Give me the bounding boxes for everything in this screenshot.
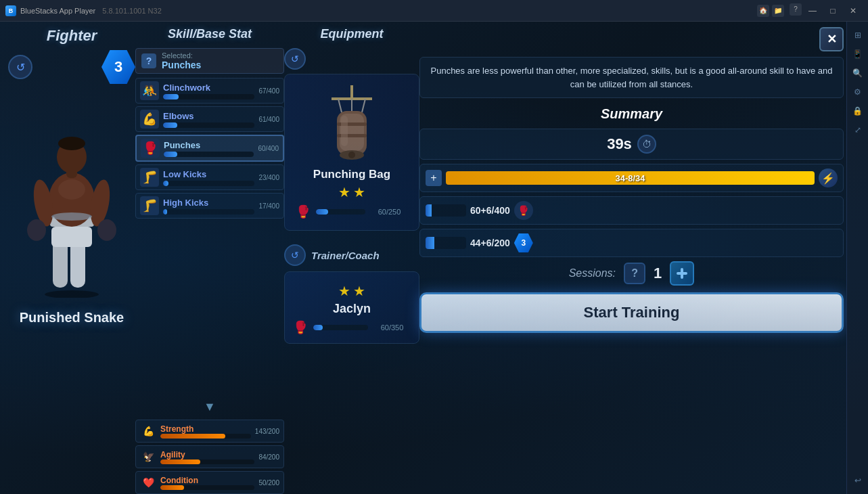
sidebar-icon-lock[interactable]: 🔒 xyxy=(850,103,866,119)
skill-item-lowkicks[interactable]: 🦵 Low Kicks 23/400 xyxy=(135,164,284,190)
trainer-stat-bar-bg xyxy=(313,325,368,330)
window-close-button[interactable]: ✕ xyxy=(844,3,863,18)
highkicks-info: High Kicks xyxy=(163,198,254,215)
skill-item-punches[interactable]: 🥊 Punches 60/400 xyxy=(135,135,284,162)
selected-skill-banner: ? Selected: Punches xyxy=(135,48,284,74)
start-training-button[interactable]: Start Training xyxy=(419,292,844,333)
sessions-row: Sessions: ? 1 xyxy=(419,261,844,286)
svg-point-8 xyxy=(58,137,85,150)
punch-bar-1 xyxy=(426,204,432,217)
elbows-bar-bg xyxy=(163,122,254,128)
stat-item-condition: ❤️ Condition 50/200 xyxy=(135,471,284,494)
summary-section: ✕ Punches are less powerful than other, … xyxy=(419,22,846,494)
minimize-button[interactable]: — xyxy=(803,3,822,18)
trainer-star-1: ★ xyxy=(338,283,350,299)
summary-time-row: 39s ⏱ xyxy=(419,129,844,160)
sessions-plus-button[interactable] xyxy=(670,261,694,286)
punching-bag-image xyxy=(318,85,386,160)
timer-icon: ⏱ xyxy=(637,135,656,154)
title-bar-logo: B BlueStacks App Player 5.8.101.1001 N32 xyxy=(5,5,757,16)
right-sidebar: ⊞ 📱 🔍 ⚙ 🔒 ⤢ ↩ xyxy=(846,22,868,494)
svg-rect-28 xyxy=(677,272,687,275)
trainer-name: Jaclyn xyxy=(293,302,411,316)
help-icon[interactable]: ? xyxy=(790,3,802,16)
stat-item-agility: 🦅 Agility 84/200 xyxy=(135,445,284,468)
condition-icon: ❤️ xyxy=(140,474,156,491)
info-box: Punches are less powerful than other, mo… xyxy=(419,57,844,98)
skill-item-highkicks[interactable]: 🦵 High Kicks 17/400 xyxy=(135,193,284,219)
game-area: Fighter ↺ 3 xyxy=(0,22,868,494)
punch-stat-row-1: 60+6/400 🥊 xyxy=(419,196,844,225)
equip-glove-icon: 🥊 xyxy=(296,204,311,219)
punch-stat-row-2: 44+6/200 3 xyxy=(419,229,844,257)
home-icon[interactable]: 🏠 xyxy=(757,5,769,17)
svg-point-13 xyxy=(51,212,92,221)
agility-name: Agility xyxy=(160,450,254,459)
scroll-indicator: ▼ xyxy=(135,400,284,414)
strength-bar-bg xyxy=(160,434,251,439)
equip-stat-bar-bg xyxy=(316,209,365,215)
condition-name: Condition xyxy=(160,476,254,485)
punch-bar-bg-2 xyxy=(426,237,466,249)
folder-icon[interactable]: 📁 xyxy=(772,5,784,17)
sidebar-icon-settings[interactable]: ⚙ xyxy=(850,84,866,100)
trainer-stat-bar xyxy=(313,325,323,330)
highkicks-name: High Kicks xyxy=(163,198,254,208)
highkicks-bar-bg xyxy=(163,209,254,215)
svg-point-26 xyxy=(348,152,355,158)
selected-skill-name: Punches xyxy=(162,60,201,70)
energy-text: 34-8/34 xyxy=(446,171,815,185)
app-name: BlueStacks App Player xyxy=(20,7,95,15)
title-bar-controls: ? — □ ✕ xyxy=(790,3,863,18)
sidebar-icon-back[interactable]: ↩ xyxy=(850,472,866,489)
strength-value: 143/200 xyxy=(255,428,279,435)
maximize-button[interactable]: □ xyxy=(823,3,842,18)
lowkicks-bar xyxy=(163,181,168,186)
equipment-stat-row: 🥊 60/250 xyxy=(296,204,408,219)
stat-item-strength: 💪 Strength 143/200 xyxy=(135,420,284,443)
condition-bar-bg xyxy=(160,485,254,490)
punch-bar-2 xyxy=(426,237,434,249)
trainer-header-row: ↺ Trainer/Coach xyxy=(284,244,419,266)
close-button[interactable]: ✕ xyxy=(819,27,844,51)
punches-bar-bg xyxy=(164,152,254,157)
svg-line-19 xyxy=(362,99,365,112)
punch-bar-bg-1 xyxy=(426,204,466,217)
equip-stat-value: 60/250 xyxy=(371,208,408,216)
training-time: 39s xyxy=(607,135,632,153)
question-badge[interactable]: ? xyxy=(141,53,156,68)
sidebar-icon-search[interactable]: 🔍 xyxy=(850,65,866,81)
skill-item-clinchwork[interactable]: 🤼 Clinchwork 67/400 xyxy=(135,78,284,104)
svg-rect-4 xyxy=(51,227,92,247)
fighter-controls: ↺ 3 xyxy=(8,50,135,84)
equipment-title: Equipment xyxy=(284,27,419,41)
strength-info: Strength xyxy=(160,424,251,439)
punches-bar xyxy=(164,152,177,157)
equipment-name: Punching Bag xyxy=(296,168,408,181)
title-bar-icons: 🏠 📁 xyxy=(757,5,784,17)
clinchwork-value: 67/400 xyxy=(258,87,279,95)
skill-item-elbows[interactable]: 💪 Elbows 61/400 xyxy=(135,106,284,132)
punch-value-1: 60+6/400 xyxy=(470,205,510,216)
app-version: 5.8.101.1001 N32 xyxy=(102,7,161,15)
trainer-glove-icon: 🥊 xyxy=(293,320,308,335)
sessions-question-button[interactable]: ? xyxy=(624,263,645,284)
svg-point-10 xyxy=(27,219,46,241)
sidebar-icon-phone[interactable]: 📱 xyxy=(850,46,866,62)
elbows-value: 61/400 xyxy=(258,116,279,123)
agility-bar-bg xyxy=(160,459,254,464)
highkicks-icon: 🦵 xyxy=(140,196,159,215)
energy-add-button[interactable]: + xyxy=(426,170,442,186)
svg-rect-24 xyxy=(341,116,348,146)
clinchwork-bar-bg xyxy=(163,94,254,99)
fighter-refresh-button[interactable]: ↺ xyxy=(8,55,32,79)
agility-bar xyxy=(160,459,200,464)
sidebar-icon-expand[interactable]: ⤢ xyxy=(850,122,866,138)
equipment-refresh-button[interactable]: ↺ xyxy=(284,48,306,70)
strength-icon: 💪 xyxy=(140,423,156,439)
energy-row: + 34-8/34 ⚡ xyxy=(419,164,844,192)
lowkicks-info: Low Kicks xyxy=(163,169,254,186)
trainer-refresh-button[interactable]: ↺ xyxy=(284,244,306,266)
fighter-model xyxy=(18,88,126,305)
sidebar-icon-grid[interactable]: ⊞ xyxy=(850,27,866,43)
